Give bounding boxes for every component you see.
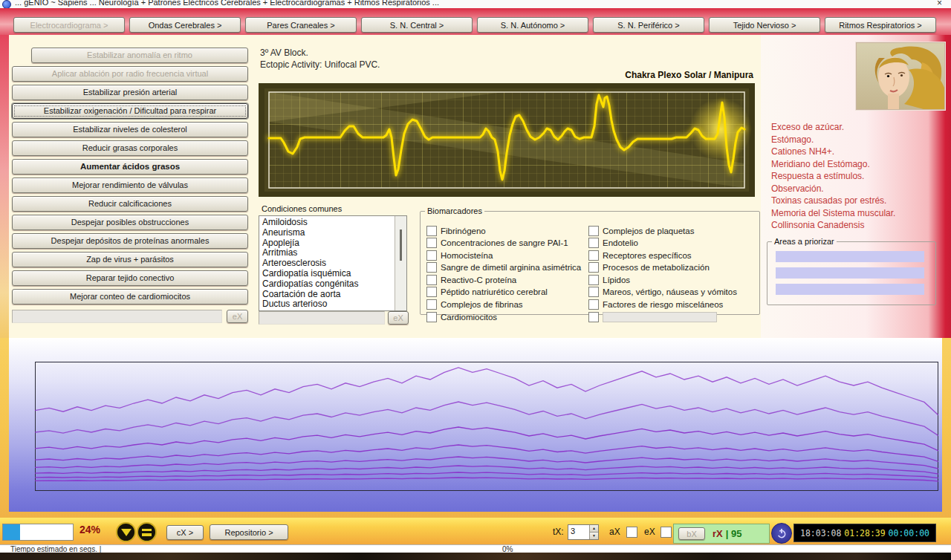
- checkbox[interactable]: [588, 238, 599, 248]
- btn-oxigenacion[interactable]: Estabilizar oxigenación / Dificultad par…: [12, 103, 248, 119]
- list-item[interactable]: Coartación de aorta: [262, 290, 393, 300]
- checkbox[interactable]: [426, 226, 437, 236]
- biomarker-row[interactable]: Procesos de metabolización: [588, 263, 755, 273]
- biomarker-row-custom[interactable]: [588, 312, 755, 322]
- ex-button-condiciones[interactable]: eX: [388, 311, 409, 325]
- tab-sn-autonomo[interactable]: S. N. Autónomo >: [477, 17, 588, 33]
- areas-priorizar-groupbox: Areas a priorizar: [767, 237, 936, 305]
- biomarker-custom-field[interactable]: [603, 312, 717, 322]
- clock-time: 18:03:08: [800, 528, 841, 538]
- btn-proteinas-anormales[interactable]: Despejar depósitos de proteínas anormale…: [12, 233, 248, 249]
- checkbox[interactable]: [588, 262, 599, 273]
- biomarker-row[interactable]: Endotelio: [588, 238, 755, 248]
- power-icon[interactable]: [771, 523, 792, 544]
- pause-button[interactable]: [137, 522, 157, 542]
- checkbox[interactable]: [426, 250, 437, 261]
- window-title: ... gENIO ~ Sapiens ... Neurología + Pat…: [15, 0, 439, 7]
- scrollbar-thumb[interactable]: [400, 229, 402, 261]
- cx-button[interactable]: cX >: [166, 525, 204, 540]
- btn-acidos-grasos[interactable]: Aumentar ácidos grasos: [12, 159, 248, 175]
- biomarker-row[interactable]: Reactivo-C proteína: [426, 275, 587, 284]
- list-item[interactable]: Apoplejía: [262, 238, 393, 249]
- biomarker-row[interactable]: Receptores específicos: [588, 250, 755, 260]
- tab-sn-central[interactable]: S. N. Central >: [361, 17, 473, 33]
- condiciones-listbox[interactable]: Amiloidosis Aneurisma Apoplejía Arritmia…: [259, 215, 407, 311]
- wave-3: [35, 427, 938, 451]
- list-item[interactable]: Arritmias: [262, 248, 393, 258]
- tab-ondas-cerebrales[interactable]: Ondas Cerebrales >: [129, 17, 241, 33]
- list-item[interactable]: Aneurisma: [262, 228, 393, 238]
- btn-zap-virus[interactable]: Zap de virus + parásitos: [12, 252, 248, 267]
- list-item[interactable]: Cardiopatía isquémica: [262, 269, 393, 279]
- ex-checkbox[interactable]: [660, 527, 672, 538]
- checkbox[interactable]: [426, 238, 437, 248]
- biomarker-row[interactable]: Cardiomiocitos: [426, 312, 587, 322]
- note-line: Collinsonia Canadensis: [771, 219, 895, 232]
- bx-button[interactable]: bX: [678, 527, 705, 540]
- tab-tejido-nervioso[interactable]: Tejido Nervioso >: [709, 17, 820, 33]
- control-bar: 24% cX > Repositorio > tX: 3 ▲▼ aX eX bX…: [0, 518, 951, 544]
- tx-spinner[interactable]: 3 ▲▼: [568, 524, 599, 540]
- note-line: Memoria del Sistema muscular.: [771, 207, 895, 220]
- checkbox[interactable]: [588, 312, 599, 322]
- ex-button-left[interactable]: eX: [227, 310, 248, 323]
- tab-ritmos-respiratorios[interactable]: Ritmos Respiratorios >: [825, 17, 936, 33]
- waveform-fan-chart: [35, 362, 938, 491]
- btn-tejido-conectivo[interactable]: Reparar tejido conectivo: [12, 270, 248, 286]
- priority-area-slot[interactable]: [776, 267, 924, 279]
- tab-electrocardiograma[interactable]: Electrocardiograma >: [13, 17, 125, 33]
- biomarcadores-legend: Biomarcadores: [425, 206, 484, 215]
- checkbox[interactable]: [426, 312, 437, 322]
- checkbox[interactable]: [588, 299, 599, 310]
- checkbox[interactable]: [588, 275, 599, 285]
- btn-grasas-corporales[interactable]: Reducir grasas corporales: [12, 140, 248, 156]
- list-item[interactable]: Amiloidosis: [262, 218, 393, 228]
- biomarker-row[interactable]: Complejos de plaquetas: [588, 226, 755, 235]
- note-line: Observación.: [771, 183, 895, 195]
- checkbox[interactable]: [426, 262, 437, 273]
- biomarker-row[interactable]: Homocisteína: [426, 250, 587, 260]
- biomarker-row[interactable]: Fibrinógeno: [426, 226, 587, 235]
- biomarker-row[interactable]: Péptido natriurético cerebral: [426, 287, 587, 297]
- repositorio-button[interactable]: Repositorio >: [210, 524, 288, 540]
- btn-presion-arterial[interactable]: Estabilizar presión arterial: [12, 85, 248, 100]
- biomarker-row[interactable]: Mareos, vértigo, náuseas y vómitos: [588, 287, 755, 297]
- note-line: Toxinas causadas por estrés.: [771, 195, 895, 207]
- btn-colesterol[interactable]: Estabilizar niveles de colesterol: [12, 122, 248, 137]
- btn-calcificaciones[interactable]: Reducir calcificaciones: [12, 196, 248, 212]
- note-line: Exceso de azúcar.: [771, 121, 895, 134]
- tab-pares-craneales[interactable]: Pares Craneales >: [245, 17, 357, 33]
- spinner-up-icon[interactable]: ▲: [589, 525, 598, 532]
- biomarker-row[interactable]: Factores de riesgo misceláneos: [588, 300, 755, 310]
- biomarker-row[interactable]: Lípidos: [588, 275, 755, 284]
- condiciones-entry-field[interactable]: [259, 311, 385, 325]
- tab-sn-periferico[interactable]: S. N. Periférico >: [593, 17, 704, 33]
- biomarker-row[interactable]: Concentraciones de sangre PAI-1: [426, 238, 587, 248]
- play-down-button[interactable]: [116, 522, 136, 542]
- checkbox[interactable]: [588, 226, 599, 236]
- biomarker-row[interactable]: Sangre de dimetil arginina asimétrica: [426, 263, 587, 273]
- progress-bar-fill: [3, 524, 20, 540]
- ax-checkbox[interactable]: [626, 527, 637, 538]
- checkbox[interactable]: [426, 275, 437, 285]
- checkbox[interactable]: [426, 299, 437, 310]
- close-icon[interactable]: ×: [937, 0, 942, 8]
- listbox-scrollbar[interactable]: [395, 216, 406, 310]
- note-line: Cationes NH4+.: [771, 146, 895, 158]
- priority-area-slot[interactable]: [776, 284, 924, 295]
- spinner-down-icon[interactable]: ▼: [589, 532, 598, 539]
- custom-entry-field[interactable]: [12, 310, 222, 323]
- btn-cardiomiocitos[interactable]: Mejorar conteo de cardiomiocitos: [12, 289, 248, 305]
- list-item[interactable]: Ductus arterioso: [262, 299, 393, 310]
- btn-ablacion-rf[interactable]: Aplicar ablación por radio frecuencia vi…: [12, 66, 248, 82]
- priority-area-slot[interactable]: [776, 251, 924, 262]
- list-item[interactable]: Cardiopatías congénitas: [262, 279, 393, 290]
- list-item[interactable]: Arteroesclerosis: [262, 258, 393, 269]
- checkbox[interactable]: [588, 287, 599, 297]
- checkbox[interactable]: [426, 287, 437, 297]
- biomarker-row[interactable]: Complejos de fibrinas: [426, 300, 587, 310]
- btn-estabilizar-anomalia[interactable]: Estabilizar anomalía en ritmo: [31, 48, 248, 63]
- btn-valvulas[interactable]: Mejorar rendimiento de válvulas: [12, 178, 248, 193]
- checkbox[interactable]: [588, 250, 599, 261]
- btn-obstrucciones[interactable]: Despejar posibles obstrucciones: [12, 215, 248, 230]
